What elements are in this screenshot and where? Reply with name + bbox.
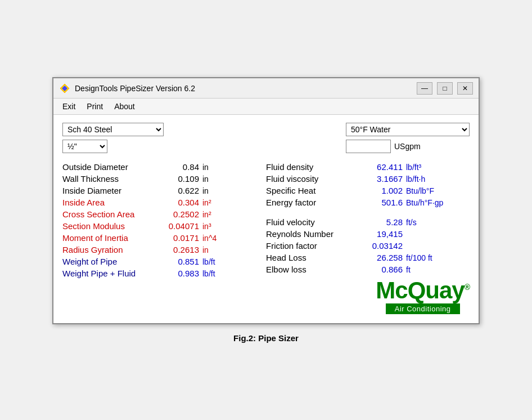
fluid-density-value: 62.411 bbox=[364, 162, 403, 172]
moment-of-inertia-unit: in^4 bbox=[202, 234, 217, 243]
wall-thickness-unit: in bbox=[202, 175, 209, 184]
fluid-velocity-value: 5.28 bbox=[364, 217, 403, 227]
cross-section-area-unit: in² bbox=[202, 210, 211, 219]
title-bar-controls: — □ ✕ bbox=[417, 82, 473, 95]
specific-heat-label: Specific Heat bbox=[266, 186, 364, 195]
fluid-viscosity-unit: lb/ft·h bbox=[406, 175, 425, 184]
logo-subtitle: Air Conditioning bbox=[386, 303, 460, 314]
specific-heat-unit: Btu/lb°F bbox=[406, 186, 434, 195]
cross-section-area-label: Cross Section Area bbox=[62, 209, 161, 219]
mcquay-logo-container: McQuay® Air Conditioning bbox=[376, 279, 470, 314]
section-modulus-unit: in³ bbox=[202, 222, 211, 231]
section-modulus-label: Section Modulus bbox=[62, 221, 161, 231]
inside-area-unit: in² bbox=[202, 198, 211, 207]
head-loss-row: Head Loss 26.258 ft/100 ft bbox=[266, 253, 470, 262]
section-modulus-row: Section Modulus 0.04071 in³ bbox=[62, 221, 250, 231]
left-controls: Sch 40 Steel Sch 80 Steel Copper Type K … bbox=[62, 123, 164, 153]
inside-diameter-row: Inside Diameter 0.622 in bbox=[62, 186, 250, 195]
logo-mc: Mc bbox=[376, 277, 407, 303]
figure-caption: Fig.2: Pipe Sizer bbox=[233, 333, 299, 343]
inside-area-label: Inside Area bbox=[62, 198, 161, 207]
inside-diameter-unit: in bbox=[202, 186, 209, 195]
outside-diameter-row: Outside Diameter 0.84 in bbox=[62, 162, 250, 172]
friction-factor-row: Friction factor 0.03142 bbox=[266, 241, 470, 251]
elbow-loss-unit: ft bbox=[406, 265, 411, 274]
elbow-loss-label: Elbow loss bbox=[266, 265, 364, 274]
title-bar: DesignTools PipeSizer Version 6.2 — □ ✕ bbox=[53, 78, 479, 99]
moment-of-inertia-value: 0.0171 bbox=[161, 233, 199, 243]
top-controls: Sch 40 Steel Sch 80 Steel Copper Type K … bbox=[62, 123, 470, 153]
radius-gyration-unit: in bbox=[202, 245, 209, 254]
outer-wrapper: DesignTools PipeSizer Version 6.2 — □ ✕ … bbox=[0, 77, 532, 343]
friction-factor-label: Friction factor bbox=[266, 241, 364, 251]
inside-diameter-label: Inside Diameter bbox=[62, 186, 161, 195]
wall-thickness-row: Wall Thickness 0.109 in bbox=[62, 174, 250, 184]
section-modulus-value: 0.04071 bbox=[161, 221, 199, 231]
pipe-type-select[interactable]: Sch 40 Steel Sch 80 Steel Copper Type K … bbox=[62, 123, 164, 136]
reynolds-number-value: 19,415 bbox=[364, 229, 403, 239]
logo-quay: Quay bbox=[408, 277, 465, 303]
energy-factor-value: 501.6 bbox=[364, 198, 403, 207]
fluid-viscosity-label: Fluid viscosity bbox=[266, 174, 364, 184]
energy-factor-row: Energy factor 501.6 Btu/h°F·gp bbox=[266, 198, 470, 207]
weight-pipe-label: Weight of Pipe bbox=[62, 257, 161, 266]
fluid-density-label: Fluid density bbox=[266, 162, 364, 172]
cross-section-area-row: Cross Section Area 0.2502 in² bbox=[62, 209, 250, 219]
flow-row: USgpm bbox=[346, 140, 470, 153]
weight-pipe-fluid-value: 0.983 bbox=[161, 269, 199, 278]
elbow-loss-row: Elbow loss 0.866 ft bbox=[266, 265, 470, 274]
app-icon bbox=[59, 83, 70, 94]
menu-about[interactable]: About bbox=[110, 101, 139, 112]
reynolds-number-label: Reynolds Number bbox=[266, 229, 364, 239]
title-bar-left: DesignTools PipeSizer Version 6.2 bbox=[59, 83, 195, 94]
inside-area-row: Inside Area 0.304 in² bbox=[62, 198, 250, 207]
radius-gyration-label: Radius Gyration bbox=[62, 245, 161, 254]
elbow-loss-value: 0.866 bbox=[364, 265, 403, 274]
spacer-1 bbox=[266, 209, 470, 217]
cross-section-area-value: 0.2502 bbox=[161, 209, 199, 219]
outside-diameter-value: 0.84 bbox=[161, 162, 199, 172]
weight-pipe-value: 0.851 bbox=[161, 257, 199, 266]
wall-thickness-value: 0.109 bbox=[161, 174, 199, 184]
menu-print[interactable]: Print bbox=[82, 101, 107, 112]
menu-exit[interactable]: Exit bbox=[58, 101, 80, 112]
flow-rate-input[interactable] bbox=[346, 140, 391, 153]
energy-factor-label: Energy factor bbox=[266, 198, 364, 207]
weight-pipe-unit: lb/ft bbox=[202, 257, 215, 266]
registered-mark: ® bbox=[465, 283, 470, 292]
inside-area-value: 0.304 bbox=[161, 198, 199, 207]
outside-diameter-unit: in bbox=[202, 163, 209, 172]
fluid-velocity-label: Fluid velocity bbox=[266, 217, 364, 227]
friction-factor-value: 0.03142 bbox=[364, 241, 403, 251]
close-button[interactable]: ✕ bbox=[457, 82, 473, 95]
fluid-velocity-row: Fluid velocity 5.28 ft/s bbox=[266, 217, 470, 227]
pipe-size-select[interactable]: ½" ¾" 1" 1¼" 1½" 2" bbox=[62, 140, 107, 153]
weight-pipe-fluid-row: Weight Pipe + Fluid 0.983 lb/ft bbox=[62, 269, 250, 278]
specific-heat-row: Specific Heat 1.002 Btu/lb°F bbox=[266, 186, 470, 195]
content-area: Sch 40 Steel Sch 80 Steel Copper Type K … bbox=[53, 115, 479, 323]
moment-of-inertia-row: Moment of Inertia 0.0171 in^4 bbox=[62, 233, 250, 243]
fluid-viscosity-row: Fluid viscosity 3.1667 lb/ft·h bbox=[266, 174, 470, 184]
right-controls: 50°F Water 60°F Water Chilled Water Hot … bbox=[346, 123, 470, 153]
left-data-panel: Outside Diameter 0.84 in Wall Thickness … bbox=[62, 162, 250, 314]
moment-of-inertia-label: Moment of Inertia bbox=[62, 233, 161, 243]
fluid-density-row: Fluid density 62.411 lb/ft³ bbox=[266, 162, 470, 172]
head-loss-unit: ft/100 ft bbox=[406, 253, 432, 262]
radius-gyration-value: 0.2613 bbox=[161, 245, 199, 254]
outside-diameter-label: Outside Diameter bbox=[62, 162, 161, 172]
minimize-button[interactable]: — bbox=[417, 82, 432, 95]
radius-gyration-row: Radius Gyration 0.2613 in bbox=[62, 245, 250, 254]
application-window: DesignTools PipeSizer Version 6.2 — □ ✕ … bbox=[52, 77, 480, 324]
fluid-velocity-unit: ft/s bbox=[406, 218, 417, 227]
reynolds-number-row: Reynolds Number 19,415 bbox=[266, 229, 470, 239]
weight-pipe-row: Weight of Pipe 0.851 lb/ft bbox=[62, 257, 250, 266]
window-title: DesignTools PipeSizer Version 6.2 bbox=[75, 84, 195, 93]
fluid-density-unit: lb/ft³ bbox=[406, 163, 421, 172]
right-data-panel: Fluid density 62.411 lb/ft³ Fluid viscos… bbox=[266, 162, 470, 314]
head-loss-label: Head Loss bbox=[266, 253, 364, 262]
head-loss-value: 26.258 bbox=[364, 253, 403, 262]
energy-factor-unit: Btu/h°F·gp bbox=[406, 198, 443, 207]
maximize-button[interactable]: □ bbox=[437, 82, 453, 95]
flow-unit-label: USgpm bbox=[394, 142, 421, 151]
fluid-type-select[interactable]: 50°F Water 60°F Water Chilled Water Hot … bbox=[346, 123, 470, 136]
